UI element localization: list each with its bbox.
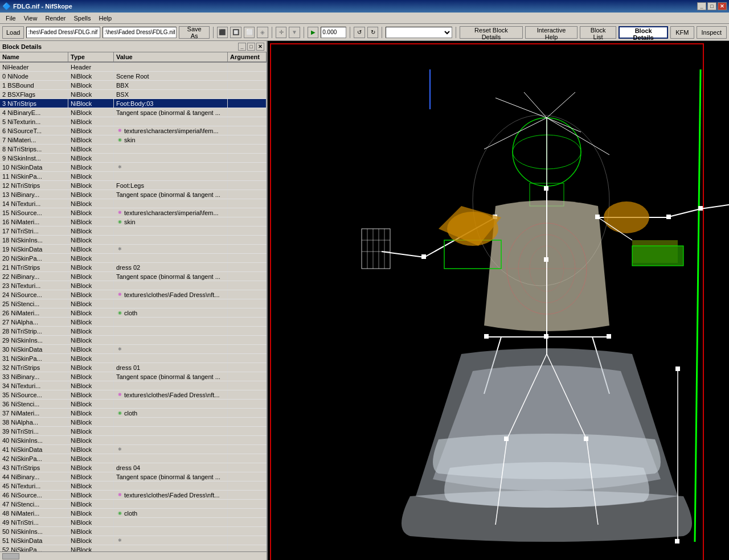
table-row[interactable]: 50 NiSkinIns... NiBlock <box>0 527 267 536</box>
menu-help[interactable]: Help <box>95 14 115 23</box>
panel-maximize-button[interactable]: □ <box>247 43 255 51</box>
table-row[interactable]: 45 NiTexturi... NiBlock <box>0 481 267 491</box>
table-row[interactable]: 40 NiSkinIns... NiBlock <box>0 436 267 445</box>
table-row[interactable]: 31 NiSkinPa... NiBlock <box>0 354 267 363</box>
table-row[interactable]: 10 NiSkinData NiBlock ✱ <box>0 163 267 172</box>
table-row[interactable]: 14 NiTexturi... NiBlock <box>0 199 267 208</box>
table-row[interactable]: 51 NiSkinData NiBlock ✱ <box>0 536 267 545</box>
maximize-button[interactable]: □ <box>707 2 716 10</box>
time-input[interactable] <box>321 27 346 38</box>
cell-name: 14 NiTexturi... <box>0 199 68 208</box>
reset-block-details-button[interactable]: Reset Block Details <box>460 26 523 39</box>
menu-render[interactable]: Render <box>42 14 69 23</box>
table-row[interactable]: 19 NiSkinData NiBlock ✱ <box>0 245 267 254</box>
table-row[interactable]: NiHeader Header <box>0 63 267 72</box>
table-row[interactable]: 32 NiTriStrips NiBlock dress 01 <box>0 363 267 372</box>
table-row[interactable]: 48 NiMateri... NiBlock ◉cloth <box>0 509 267 518</box>
table-row[interactable]: 0 NiNode NiBlock Scene Root <box>0 72 267 81</box>
path-input-1[interactable] <box>26 27 100 38</box>
table-row[interactable]: 29 NiSkinIns... NiBlock <box>0 336 267 345</box>
table-row[interactable]: 49 NiTriStri... NiBlock <box>0 518 267 527</box>
horizontal-scrollbar[interactable] <box>0 551 267 560</box>
kfm-button[interactable]: KFM <box>670 26 694 39</box>
render-icon-4[interactable]: ◈ <box>257 27 268 38</box>
table-row[interactable]: 4 NiBinaryE... NiBlock Tangent space (bi… <box>0 108 267 117</box>
panel-minimize-button[interactable]: _ <box>238 43 246 51</box>
animation-dropdown[interactable] <box>386 27 452 38</box>
table-row[interactable]: 34 NiTexturi... NiBlock <box>0 381 267 390</box>
loop-icon[interactable]: ↺ <box>354 27 365 38</box>
table-row[interactable]: 5 NiTexturin... NiBlock <box>0 117 267 126</box>
play-button[interactable]: ▶ <box>308 27 319 38</box>
col-header-name[interactable]: Name <box>0 52 68 61</box>
panel-close-button[interactable]: ✕ <box>256 43 264 51</box>
rotate-icon[interactable]: ▼ <box>289 27 300 38</box>
load-button[interactable]: Load <box>2 26 24 39</box>
table-row[interactable]: 42 NiSkinPa... NiBlock <box>0 454 267 463</box>
col-header-argument[interactable]: Argument <box>228 52 267 61</box>
minimize-button[interactable]: _ <box>697 2 706 10</box>
table-row[interactable]: 2 BSXFlags NiBlock BSX <box>0 90 267 99</box>
viewport[interactable] <box>268 41 729 560</box>
table-row[interactable]: 41 NiSkinData NiBlock ✱ <box>0 445 267 454</box>
table-row[interactable]: 39 NiTriStri... NiBlock <box>0 427 267 436</box>
block-list-button[interactable]: Block List <box>580 26 616 39</box>
table-row[interactable]: 9 NiSkinInst... NiBlock <box>0 154 267 163</box>
svg-rect-33 <box>675 367 680 371</box>
table-row[interactable]: 11 NiSkinPa... NiBlock <box>0 172 267 181</box>
cell-value: Tangent space (binormal & tangent ... <box>114 372 228 381</box>
table-row[interactable]: 15 NiSource... NiBlock ❋textures\charact… <box>0 208 267 217</box>
panel-controls[interactable]: _ □ ✕ <box>238 43 264 51</box>
render-icon-3[interactable]: ⬜ <box>244 27 255 38</box>
table-row[interactable]: 16 NiMateri... NiBlock ◉skin <box>0 217 267 227</box>
table-row[interactable]: 44 NiBinary... NiBlock Tangent space (bi… <box>0 472 267 481</box>
path-input-2[interactable] <box>103 27 177 38</box>
table-row[interactable]: 46 NiSource... NiBlock ❋textures\clothes… <box>0 491 267 500</box>
block-details-button[interactable]: Block Details <box>619 26 668 39</box>
table-row[interactable]: 13 NiBinary... NiBlock Tangent space (bi… <box>0 190 267 199</box>
col-header-type[interactable]: Type <box>68 52 114 61</box>
cell-name: 13 NiBinary... <box>0 190 68 199</box>
render-icon-1[interactable]: ⬛ <box>217 27 228 38</box>
table-row[interactable]: 27 NiAlpha... NiBlock <box>0 318 267 327</box>
table-row[interactable]: 30 NiSkinData NiBlock ✱ <box>0 345 267 354</box>
table-row[interactable]: 37 NiMateri... NiBlock ◉cloth <box>0 409 267 418</box>
close-button[interactable]: ✕ <box>718 2 727 10</box>
table-row[interactable]: 25 NiStenci... NiBlock <box>0 299 267 308</box>
interactive-help-button[interactable]: Interactive Help <box>525 26 578 39</box>
cross-icon: ✱ <box>116 537 123 544</box>
table-row[interactable]: 23 NiTexturi... NiBlock <box>0 281 267 290</box>
table-row[interactable]: 12 NiTriStrips NiBlock Foot:Legs <box>0 181 267 190</box>
table-row[interactable]: 52 NiSkinPa... NiBlock <box>0 545 267 551</box>
col-header-value[interactable]: Value <box>114 52 228 61</box>
table-row[interactable]: 22 NiBinary... NiBlock Tangent space (bi… <box>0 272 267 281</box>
table-row[interactable]: 35 NiSource... NiBlock ❋textures\clothes… <box>0 390 267 400</box>
table-row[interactable]: 36 NiStenci... NiBlock <box>0 400 267 409</box>
loop-icon-2[interactable]: ↻ <box>367 27 379 38</box>
transform-icon[interactable]: ✛ <box>276 27 287 38</box>
table-row[interactable]: 18 NiSkinIns... NiBlock <box>0 236 267 245</box>
table-row[interactable]: 47 NiStenci... NiBlock <box>0 500 267 509</box>
table-row[interactable]: 43 NiTriStrips NiBlock dress 04 <box>0 463 267 472</box>
table-row[interactable]: 33 NiBinary... NiBlock Tangent space (bi… <box>0 372 267 381</box>
table-row[interactable]: 26 NiMateri... NiBlock ◉cloth <box>0 308 267 318</box>
hscroll-thumb[interactable] <box>2 553 19 559</box>
table-row[interactable]: 24 NiSource... NiBlock ❋textures\clothes… <box>0 290 267 299</box>
table-row[interactable]: 38 NiAlpha... NiBlock <box>0 418 267 427</box>
table-row[interactable]: 21 NiTriStrips NiBlock dress 02 <box>0 263 267 272</box>
table-row[interactable]: 1 BSBound NiBlock BBX <box>0 81 267 90</box>
inspect-button[interactable]: Inspect <box>697 26 727 39</box>
table-row[interactable]: 28 NiTriStrip... NiBlock <box>0 327 267 336</box>
table-row[interactable]: 8 NiTriStrips... NiBlock <box>0 145 267 154</box>
render-icon-2[interactable]: 🔲 <box>230 27 241 38</box>
table-row[interactable]: 17 NiTriStri... NiBlock <box>0 227 267 236</box>
menu-view[interactable]: View <box>21 14 41 23</box>
menu-spells[interactable]: Spells <box>70 14 94 23</box>
menu-file[interactable]: File <box>2 14 19 23</box>
table-row[interactable]: 7 NiMateri... NiBlock ◉skin <box>0 135 267 145</box>
table-row[interactable]: 6 NiSourceT... NiBlock ❋textures\charact… <box>0 126 267 135</box>
save-as-button[interactable]: Save As <box>179 26 209 39</box>
titlebar-controls[interactable]: _ □ ✕ <box>697 2 727 10</box>
table-row[interactable]: 20 NiSkinPa... NiBlock <box>0 254 267 263</box>
table-row[interactable]: 3 NiTriStrips NiBlock Foot:Body:03 <box>0 99 267 108</box>
